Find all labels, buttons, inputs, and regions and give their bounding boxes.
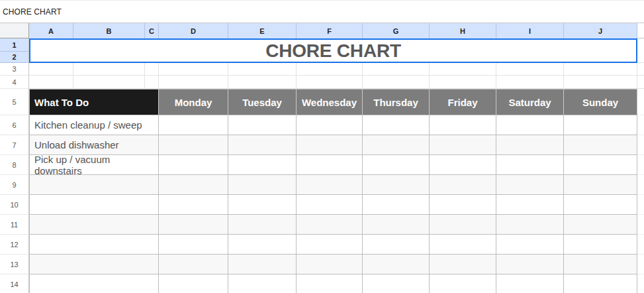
- row-header-12[interactable]: 12: [0, 235, 29, 255]
- day-cell[interactable]: [430, 255, 496, 274]
- cell[interactable]: [73, 76, 145, 89]
- day-cell[interactable]: [297, 115, 363, 135]
- chore-cell-empty[interactable]: [29, 175, 159, 195]
- chore-cell-empty[interactable]: [29, 255, 159, 274]
- day-cell[interactable]: [297, 215, 363, 235]
- day-cell[interactable]: [496, 115, 564, 135]
- cell[interactable]: [145, 76, 159, 89]
- day-cell[interactable]: [363, 215, 430, 235]
- cell[interactable]: [159, 63, 228, 76]
- chore-cell-empty[interactable]: [29, 274, 159, 293]
- cell[interactable]: [564, 76, 637, 89]
- day-cell[interactable]: [363, 274, 430, 293]
- day-cell[interactable]: [228, 135, 297, 155]
- cell[interactable]: [430, 63, 496, 76]
- day-cell[interactable]: [564, 235, 637, 255]
- day-cell[interactable]: [363, 115, 430, 135]
- row-header-2[interactable]: 2: [0, 52, 29, 63]
- day-cell[interactable]: [297, 235, 363, 255]
- day-cell[interactable]: [297, 195, 363, 215]
- day-cell[interactable]: [159, 195, 228, 215]
- chore-cell-empty[interactable]: [29, 235, 159, 255]
- col-header-c[interactable]: C: [145, 23, 159, 38]
- row-header-7[interactable]: 7: [0, 135, 29, 155]
- day-header-friday[interactable]: Friday: [430, 89, 496, 115]
- day-cell[interactable]: [564, 195, 637, 215]
- col-header-e[interactable]: E: [228, 23, 297, 38]
- day-cell[interactable]: [297, 135, 363, 155]
- day-header-tuesday[interactable]: Tuesday: [228, 89, 297, 115]
- day-cell[interactable]: [496, 255, 564, 274]
- day-cell[interactable]: [564, 175, 637, 195]
- cell[interactable]: [363, 63, 430, 76]
- day-cell[interactable]: [297, 255, 363, 274]
- cell[interactable]: [564, 63, 637, 76]
- day-cell[interactable]: [297, 175, 363, 195]
- day-cell[interactable]: [496, 155, 564, 175]
- day-cell[interactable]: [430, 155, 496, 175]
- col-header-j[interactable]: J: [564, 23, 637, 38]
- day-cell[interactable]: [228, 195, 297, 215]
- day-cell[interactable]: [228, 175, 297, 195]
- day-cell[interactable]: [159, 135, 228, 155]
- cell[interactable]: [430, 76, 496, 89]
- day-cell[interactable]: [363, 175, 430, 195]
- row-header-4[interactable]: 4: [0, 76, 29, 89]
- day-cell[interactable]: [496, 274, 564, 293]
- cell[interactable]: [363, 76, 430, 89]
- day-header-saturday[interactable]: Saturday: [496, 89, 564, 115]
- row-header-9[interactable]: 9: [0, 175, 29, 195]
- select-all-corner[interactable]: [0, 23, 29, 38]
- chore-cell-kitchen[interactable]: Kitchen cleanup / sweep: [29, 115, 159, 135]
- day-cell[interactable]: [430, 135, 496, 155]
- day-cell[interactable]: [159, 255, 228, 274]
- day-cell[interactable]: [297, 274, 363, 293]
- day-cell[interactable]: [228, 215, 297, 235]
- row-header-10[interactable]: 10: [0, 195, 29, 215]
- row-header-6[interactable]: 6: [0, 115, 29, 135]
- cell[interactable]: [496, 76, 564, 89]
- col-header-d[interactable]: D: [159, 23, 228, 38]
- cell[interactable]: [297, 63, 363, 76]
- col-header-b[interactable]: B: [73, 23, 145, 38]
- day-cell[interactable]: [430, 115, 496, 135]
- what-to-do-header-cell[interactable]: What To Do: [29, 89, 159, 115]
- day-cell[interactable]: [363, 255, 430, 274]
- day-cell[interactable]: [228, 274, 297, 293]
- cell[interactable]: [73, 63, 145, 76]
- day-cell[interactable]: [228, 155, 297, 175]
- chore-cell-dishwasher[interactable]: Unload dishwasher: [29, 135, 159, 155]
- day-cell[interactable]: [430, 235, 496, 255]
- cell[interactable]: [228, 63, 297, 76]
- day-cell[interactable]: [297, 155, 363, 175]
- day-cell[interactable]: [159, 175, 228, 195]
- row-header-3[interactable]: 3: [0, 63, 29, 76]
- day-cell[interactable]: [159, 274, 228, 293]
- day-cell[interactable]: [496, 195, 564, 215]
- day-header-monday[interactable]: Monday: [159, 89, 228, 115]
- cell[interactable]: [145, 63, 159, 76]
- cell[interactable]: [297, 76, 363, 89]
- col-header-i[interactable]: I: [496, 23, 564, 38]
- cell[interactable]: [228, 76, 297, 89]
- day-cell[interactable]: [496, 235, 564, 255]
- day-cell[interactable]: [564, 255, 637, 274]
- day-cell[interactable]: [430, 195, 496, 215]
- chore-cell-empty[interactable]: [29, 215, 159, 235]
- row-header-8[interactable]: 8: [0, 155, 29, 175]
- day-cell[interactable]: [430, 274, 496, 293]
- cell[interactable]: [496, 63, 564, 76]
- day-cell[interactable]: [228, 255, 297, 274]
- row-header-11[interactable]: 11: [0, 215, 29, 235]
- cell[interactable]: [29, 63, 73, 76]
- day-cell[interactable]: [496, 175, 564, 195]
- day-cell[interactable]: [228, 115, 297, 135]
- day-cell[interactable]: [159, 235, 228, 255]
- day-cell[interactable]: [564, 155, 637, 175]
- day-cell[interactable]: [228, 235, 297, 255]
- day-cell[interactable]: [363, 235, 430, 255]
- row-header-1[interactable]: 1: [0, 38, 29, 52]
- day-cell[interactable]: [430, 215, 496, 235]
- day-cell[interactable]: [430, 175, 496, 195]
- col-header-h[interactable]: H: [430, 23, 496, 38]
